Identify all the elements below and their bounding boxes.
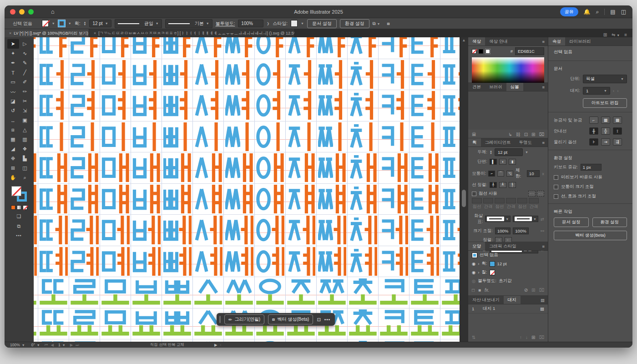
move-up-icon[interactable]: ↑ — [520, 335, 522, 340]
shape-builder-tool-icon[interactable]: ⧈ — [7, 125, 19, 135]
glyph-cell[interactable] — [131, 215, 162, 246]
glyph-cell[interactable] — [69, 246, 100, 277]
appearance-opacity-value[interactable]: 초기값 — [499, 278, 512, 284]
glyph-cell[interactable] — [100, 184, 131, 215]
glyph-cell[interactable] — [379, 37, 410, 59]
zoom-tool-icon[interactable]: ⌕ — [19, 173, 31, 182]
glyph-cell[interactable] — [34, 59, 38, 90]
glyph-cell[interactable] — [69, 37, 100, 59]
glyph-cell[interactable] — [100, 59, 131, 90]
hand-tool-icon[interactable]: ✋ — [7, 173, 19, 182]
stroke-dropdown-icon[interactable]: ▼ — [68, 22, 71, 25]
glyph-cell[interactable] — [410, 339, 440, 342]
scissors-tool-icon[interactable]: ✂ — [19, 96, 31, 106]
document-setup-button[interactable]: 문서 설정 — [307, 19, 337, 28]
glyph-cell[interactable] — [440, 184, 460, 215]
smart-guides-icon[interactable]: ⟟ — [613, 127, 622, 135]
glyph-cell[interactable] — [69, 59, 100, 90]
glyph-cell[interactable] — [410, 277, 440, 308]
glyph-cell[interactable] — [317, 152, 348, 183]
glyph-cell[interactable] — [193, 184, 224, 215]
glyph-cell[interactable] — [379, 215, 410, 246]
glyph-cell[interactable] — [348, 59, 379, 90]
duplicate-item-icon[interactable]: ⊞ — [531, 288, 535, 293]
glyph-cell[interactable] — [34, 277, 38, 308]
glyph-cell[interactable] — [162, 308, 193, 339]
glyph-cell[interactable] — [38, 277, 69, 308]
glyph-cell[interactable] — [34, 121, 38, 152]
glyph-cell[interactable] — [131, 152, 162, 183]
arrowhead-end-select[interactable]: ▼ — [513, 216, 538, 222]
glyph-cell[interactable] — [348, 246, 379, 277]
glyph-cell[interactable] — [100, 308, 131, 339]
glyph-cell[interactable] — [379, 59, 410, 90]
edit-artboards-button[interactable]: 아트보드 편집 — [583, 98, 627, 108]
glyph-cell[interactable] — [410, 90, 440, 121]
projecting-cap-button[interactable]: ▮ — [509, 159, 516, 165]
glyph-cell[interactable] — [162, 215, 193, 246]
stroke-color-chip[interactable] — [490, 261, 495, 267]
rectangle-tool-icon[interactable]: ▭ — [7, 77, 19, 87]
glyph-cell[interactable] — [255, 152, 286, 183]
glyph-cell[interactable] — [224, 59, 255, 90]
dashed-line-checkbox[interactable] — [472, 192, 476, 196]
tab-libraries[interactable]: 라이브러리 — [565, 37, 595, 46]
glyph-cell[interactable] — [162, 184, 193, 215]
drawing-mode-icon[interactable]: ❏ — [17, 213, 21, 219]
magic-wand-tool-icon[interactable]: ✦ — [7, 49, 19, 58]
add-effect-icon[interactable]: fx. — [485, 288, 490, 293]
tab-artboards[interactable]: 대지 — [504, 296, 521, 304]
glyph-cell[interactable] — [34, 184, 38, 215]
glyph-cell[interactable] — [317, 59, 348, 90]
bevel-join-button[interactable]: ◹ — [506, 171, 513, 177]
glyph-cell[interactable] — [34, 90, 38, 121]
black-color-chip[interactable] — [479, 49, 483, 54]
glyph-cell[interactable] — [193, 121, 224, 152]
glyph-cell[interactable] — [348, 121, 379, 152]
fill-color-swatch[interactable] — [42, 20, 49, 27]
glyph-cell[interactable] — [100, 152, 131, 183]
column-graph-tool-icon[interactable]: ▙ — [19, 154, 31, 163]
glyph-cell[interactable] — [224, 121, 255, 152]
glyph-cell[interactable] — [224, 277, 255, 308]
panel-menu-icon[interactable]: ≡ — [542, 138, 545, 147]
glyph-cell[interactable] — [348, 90, 379, 121]
glyph-cell[interactable] — [38, 215, 69, 246]
zoom-level-select[interactable]: 100%▼ — [8, 343, 27, 347]
glyph-cell[interactable] — [379, 246, 410, 277]
stroke-color-swatch[interactable] — [58, 20, 65, 27]
glyph-cell[interactable] — [286, 152, 317, 183]
document-arrange-icon[interactable]: ⇋ ▼ — [612, 32, 620, 37]
direct-selection-tool-icon[interactable]: ▷ — [19, 39, 31, 49]
tab-swatches[interactable]: 견본 — [468, 83, 485, 91]
glyph-cell[interactable] — [379, 90, 410, 121]
glyph-cell[interactable] — [131, 339, 162, 342]
lasso-tool-icon[interactable]: ∿ — [19, 49, 31, 58]
scale-tool-icon[interactable]: ⇲ — [19, 106, 31, 116]
glyph-cell[interactable] — [69, 339, 100, 342]
new-stroke-icon[interactable]: □ — [472, 288, 475, 293]
tab-graphic-styles[interactable]: 그래픽 스타일 — [485, 242, 521, 250]
status-collapse-icon[interactable]: ‹ — [220, 343, 221, 347]
glyph-cell[interactable] — [255, 59, 286, 90]
weight-stepper[interactable]: ▲▼ — [490, 150, 492, 155]
glyph-cell[interactable] — [162, 121, 193, 152]
glyph-cell[interactable] — [317, 246, 348, 277]
glyph-cell[interactable] — [69, 308, 100, 339]
glyph-cell[interactable] — [193, 152, 224, 183]
tab-appearance[interactable]: 모양 — [468, 242, 485, 250]
snap-pixel-icon[interactable]: ⇥ — [601, 138, 610, 146]
delete-item-icon[interactable]: ⌧ — [539, 288, 544, 293]
perspective-grid-tool-icon[interactable]: △ — [19, 125, 31, 135]
glyph-cell[interactable] — [100, 277, 131, 308]
glyph-cell[interactable] — [69, 184, 100, 215]
scroll-up-icon[interactable]: ▲ — [460, 38, 468, 42]
pencil-tool-icon[interactable]: ✏ — [19, 87, 31, 96]
glyph-cell[interactable] — [38, 59, 69, 90]
notifications-bell-icon[interactable]: 🔔 — [584, 9, 591, 15]
glyph-cell[interactable] — [255, 90, 286, 121]
opacity-expand-icon[interactable]: ❯ — [267, 22, 269, 25]
close-tab-icon[interactable]: × — [9, 31, 11, 35]
glyph-cell[interactable] — [440, 277, 460, 308]
place-symbol-icon[interactable]: ↳ — [508, 132, 512, 137]
